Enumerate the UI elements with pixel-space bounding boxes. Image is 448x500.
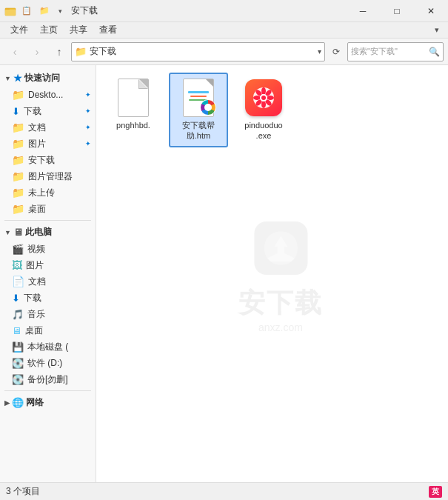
- status-right: 英: [429, 486, 442, 498]
- sidebar-item-label: 图片: [26, 259, 91, 272]
- hdd-icon: 💽: [12, 374, 24, 385]
- sidebar-item-imgmgr[interactable]: 📁 图片管理器: [0, 168, 96, 184]
- qat-dropdown-btn[interactable]: ▾: [55, 4, 65, 19]
- sidebar-item-label: 视频: [27, 243, 91, 256]
- ribbon-collapse-btn[interactable]: ▾: [430, 25, 444, 35]
- sidebar-item-zhuomian[interactable]: 📁 桌面: [0, 201, 96, 217]
- file-label: pinduoduo .exe: [244, 120, 282, 141]
- sidebar-item-drived[interactable]: 💽 软件 (D:): [0, 355, 96, 371]
- download-icon: ⬇: [12, 293, 20, 304]
- close-button[interactable]: ✕: [414, 0, 448, 22]
- sidebar-item-label: 桌面: [25, 324, 91, 337]
- watermark-text: 安下载: [238, 285, 323, 321]
- title-bar-left: 📋 📁 ▾ 安下载: [4, 4, 98, 19]
- sidebar: ▼ ★ 快速访问 📁 Deskto... ✦ ⬇ 下载 ✦ 📁 文档 ✦ 📁 图…: [0, 65, 96, 482]
- search-icon[interactable]: 🔍: [429, 47, 440, 57]
- pin-icon: ✦: [85, 91, 91, 99]
- network-icon: 🌐: [12, 397, 24, 408]
- svg-point-8: [267, 96, 274, 100]
- menu-file[interactable]: 文件: [4, 22, 34, 39]
- menu-bar: 文件 主页 共享 查看 ▾: [0, 22, 448, 39]
- forward-button[interactable]: ›: [27, 41, 47, 62]
- window-icon: [4, 5, 16, 17]
- sidebar-item-video[interactable]: 🎬 视频: [0, 241, 96, 257]
- address-text: 安下载: [90, 45, 315, 58]
- sidebar-item-unsent[interactable]: 📁 未上传: [0, 184, 96, 201]
- maximize-button[interactable]: □: [380, 0, 414, 22]
- sidebar-item-desktop2[interactable]: 🖥 桌面: [0, 322, 96, 339]
- sidebar-item-label: 软件 (D:): [27, 357, 91, 370]
- sidebar-item-label: 未上传: [28, 187, 91, 199]
- sidebar-item-music[interactable]: 🎵 音乐: [0, 306, 96, 322]
- sidebar-item-desktop[interactable]: 📁 Deskto... ✦: [0, 87, 96, 103]
- svg-point-14: [261, 96, 266, 100]
- hdd-icon: 💾: [12, 341, 24, 353]
- divider2: [4, 390, 91, 391]
- file-item-pdd[interactable]: pinduoduo .exe: [234, 73, 293, 147]
- qat-newdir-btn[interactable]: 📁: [37, 4, 52, 19]
- qat-properties-btn[interactable]: 📋: [19, 4, 34, 19]
- sidebar-item-label: 桌面: [28, 203, 91, 216]
- address-bar[interactable]: 📁 安下载 ▾: [71, 42, 325, 61]
- sidebar-quickaccess-label: 快速访问: [24, 72, 60, 84]
- video-icon: 🎬: [12, 244, 24, 255]
- sidebar-thispc-header[interactable]: ▼ 🖥 此电脑: [0, 224, 96, 241]
- generic-file-icon: [118, 79, 149, 117]
- sidebar-item-docs[interactable]: 📁 文档 ✦: [0, 119, 96, 136]
- menu-view[interactable]: 查看: [93, 22, 123, 39]
- sidebar-item-anxiazai[interactable]: 📁 安下载: [0, 152, 96, 168]
- image-icon: 🖼: [12, 259, 22, 271]
- sidebar-item-download[interactable]: ⬇ 下载 ✦: [0, 103, 96, 119]
- address-dropdown-btn[interactable]: ▾: [318, 47, 321, 56]
- thispc-chevron: ▼: [4, 229, 11, 236]
- download-folder-icon: ⬇: [12, 106, 20, 117]
- pc-icon: 🖥: [13, 227, 23, 238]
- sidebar-item-label: Deskto...: [28, 90, 84, 100]
- hdd-icon: 💽: [12, 358, 24, 369]
- back-button[interactable]: ‹: [4, 41, 25, 62]
- menu-home[interactable]: 主页: [34, 22, 64, 39]
- nav-bar: ‹ › ↑ 📁 安下载 ▾ ⟳ 搜索"安下载" 🔍: [0, 39, 448, 65]
- menu-share[interactable]: 共享: [64, 22, 93, 39]
- folder-icon: 📁: [12, 89, 24, 101]
- sidebar-network-header[interactable]: ▶ 🌐 网络: [0, 394, 96, 411]
- search-bar[interactable]: 搜索"安下载" 🔍: [347, 42, 444, 61]
- sidebar-item-label: 备份[勿删]: [27, 373, 91, 386]
- svg-point-6: [261, 101, 266, 108]
- watermark: 安下载 anxz.com: [238, 215, 323, 333]
- sidebar-item-label: 文档: [28, 121, 84, 134]
- folder-icon: 📁: [12, 121, 24, 133]
- svg-point-7: [253, 96, 261, 100]
- sidebar-item-backup[interactable]: 💽 备份[勿删]: [0, 371, 96, 387]
- search-placeholder: 搜索"安下载": [351, 46, 427, 57]
- file-area: 安下载 anxz.com pnghhbd.: [96, 65, 448, 482]
- quickaccess-star-icon: ★: [13, 73, 22, 84]
- svg-point-5: [261, 87, 266, 95]
- pin-icon: ✦: [85, 140, 91, 147]
- file-icon-wrap: [244, 79, 283, 117]
- desktop-icon: 🖥: [12, 325, 21, 336]
- sidebar-network-label: 网络: [26, 396, 44, 409]
- file-item-pnghhbd[interactable]: pnghhbd.: [104, 73, 163, 147]
- refresh-button[interactable]: ⟳: [327, 42, 346, 61]
- minimize-button[interactable]: ─: [346, 0, 380, 22]
- svg-rect-3: [254, 221, 307, 275]
- quickaccess-chevron: ▼: [4, 75, 11, 82]
- file-label: 安下载帮 助.htm: [182, 120, 215, 141]
- sidebar-item-label: 下载: [24, 292, 91, 304]
- pin-icon: ✦: [85, 124, 91, 131]
- files-grid: pnghhbd.: [104, 73, 441, 147]
- sidebar-item-pics[interactable]: 📁 图片 ✦: [0, 136, 96, 152]
- sidebar-item-image[interactable]: 🖼 图片: [0, 257, 96, 273]
- file-item-htm[interactable]: 安下载帮 助.htm: [169, 73, 228, 147]
- sidebar-item-label: 音乐: [27, 308, 91, 321]
- sidebar-item-localc[interactable]: 💾 本地磁盘 (: [0, 339, 96, 355]
- sidebar-quickaccess-header[interactable]: ▼ ★ 快速访问: [0, 70, 96, 87]
- sidebar-item-dl2[interactable]: ⬇ 下载: [0, 290, 96, 306]
- network-chevron: ▶: [4, 399, 10, 407]
- up-button[interactable]: ↑: [49, 41, 70, 62]
- sidebar-item-label: 文档: [28, 276, 91, 288]
- sidebar-item-document[interactable]: 📄 文档: [0, 273, 96, 290]
- folder-icon: 📁: [12, 138, 24, 150]
- divider: [4, 220, 91, 221]
